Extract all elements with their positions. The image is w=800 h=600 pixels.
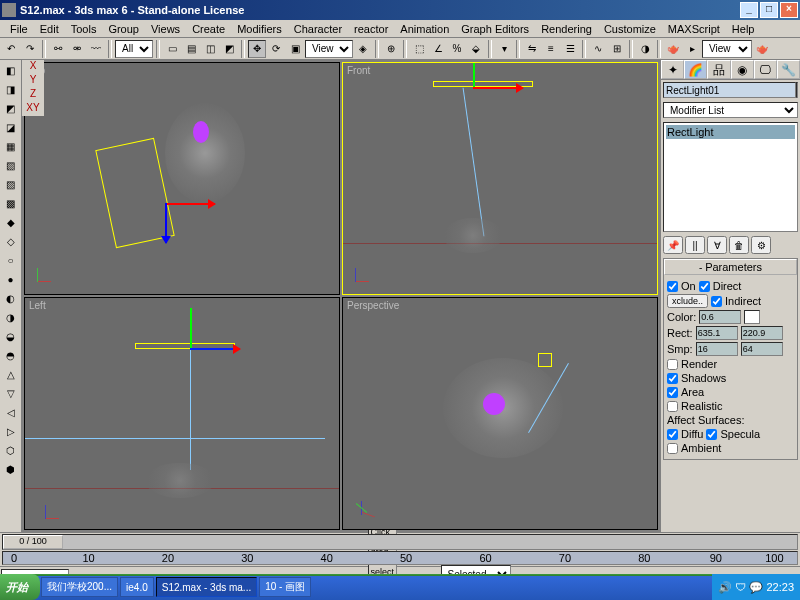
render-view-dropdown[interactable]: View (702, 40, 752, 58)
system-tray[interactable]: 🔊 🛡 💬 22:23 (712, 574, 800, 600)
specular-checkbox[interactable] (706, 429, 717, 440)
tool-icon[interactable]: ◧ (2, 62, 20, 80)
align-button[interactable]: ≡ (542, 40, 560, 58)
viewport-perspective[interactable]: Perspective (342, 297, 658, 530)
rect-width-spinner[interactable] (696, 326, 738, 340)
tray-icon[interactable]: 💬 (749, 581, 763, 594)
rect-height-spinner[interactable] (741, 326, 783, 340)
motion-tab[interactable]: ◉ (731, 60, 754, 79)
curve-editor-button[interactable]: ∿ (589, 40, 607, 58)
close-button[interactable]: × (780, 2, 798, 18)
axis-xy[interactable]: XY (22, 102, 44, 116)
gizmo-y-axis[interactable] (190, 348, 240, 350)
menu-file[interactable]: File (4, 22, 34, 36)
menu-animation[interactable]: Animation (394, 22, 455, 36)
menu-modifiers[interactable]: Modifiers (231, 22, 288, 36)
tool-icon[interactable]: ▷ (2, 423, 20, 441)
gizmo-x-axis[interactable] (473, 87, 523, 89)
tool-icon[interactable]: ▨ (2, 176, 20, 194)
menu-help[interactable]: Help (726, 22, 761, 36)
select-move-button[interactable]: ✥ (248, 40, 266, 58)
direct-checkbox[interactable] (699, 281, 710, 292)
select-name-button[interactable]: ▤ (182, 40, 200, 58)
material-editor-button[interactable]: ◑ (636, 40, 654, 58)
selection-filter-dropdown[interactable]: All (115, 40, 153, 58)
tool-icon[interactable]: ◪ (2, 119, 20, 137)
select-region-button[interactable]: ◫ (201, 40, 219, 58)
axis-z[interactable]: Z (22, 88, 44, 102)
tray-icon[interactable]: 🔊 (718, 581, 732, 594)
schematic-view-button[interactable]: ⊞ (608, 40, 626, 58)
smp-a-spinner[interactable] (696, 342, 738, 356)
taskbar-item[interactable]: ie4.0 (120, 577, 154, 597)
gizmo-z-axis[interactable] (473, 62, 475, 87)
modifier-list-dropdown[interactable]: Modifier List (663, 102, 798, 118)
tool-icon[interactable]: ◁ (2, 404, 20, 422)
tool-icon[interactable]: ◓ (2, 347, 20, 365)
menu-group[interactable]: Group (102, 22, 145, 36)
clock[interactable]: 22:23 (766, 581, 794, 593)
tray-icon[interactable]: 🛡 (735, 581, 746, 593)
layers-button[interactable]: ☰ (561, 40, 579, 58)
indirect-checkbox[interactable] (711, 296, 722, 307)
exclude-button[interactable]: xclude.. (667, 294, 708, 308)
tool-icon[interactable]: ▽ (2, 385, 20, 403)
quick-render-button[interactable]: ▸ (683, 40, 701, 58)
ambient-checkbox[interactable] (667, 443, 678, 454)
render-scene-button[interactable]: 🫖 (664, 40, 682, 58)
start-button[interactable]: 开始 (0, 574, 40, 600)
menu-customize[interactable]: Customize (598, 22, 662, 36)
render-checkbox[interactable] (667, 359, 678, 370)
menu-tools[interactable]: Tools (65, 22, 103, 36)
redo-button[interactable]: ↷ (21, 40, 39, 58)
ref-coord-dropdown[interactable]: View (305, 40, 353, 58)
angle-snap-button[interactable]: ∠ (429, 40, 447, 58)
gizmo-z-axis[interactable] (190, 308, 192, 348)
tool-icon[interactable]: ◩ (2, 100, 20, 118)
select-scale-button[interactable]: ▣ (286, 40, 304, 58)
tool-icon[interactable]: ⬡ (2, 442, 20, 460)
tool-icon[interactable]: ○ (2, 252, 20, 270)
tool-icon[interactable]: ⬢ (2, 461, 20, 479)
color-swatch[interactable] (744, 310, 760, 324)
modify-tab[interactable]: 🌈 (684, 60, 707, 79)
create-tab[interactable]: ✦ (661, 60, 684, 79)
time-track[interactable]: 0 / 100 (2, 534, 798, 550)
rollout-header[interactable]: - Parameters (664, 259, 797, 275)
select-button[interactable]: ▭ (163, 40, 181, 58)
menu-rendering[interactable]: Rendering (535, 22, 598, 36)
pin-stack-button[interactable]: 📌 (663, 236, 683, 254)
time-handle[interactable]: 0 / 100 (3, 535, 63, 549)
stack-button[interactable]: ∀ (707, 236, 727, 254)
menu-character[interactable]: Character (288, 22, 348, 36)
smp-b-spinner[interactable] (741, 342, 783, 356)
tool-icon[interactable]: ◒ (2, 328, 20, 346)
select-manipulate-button[interactable]: ⊕ (382, 40, 400, 58)
menu-grapheditors[interactable]: Graph Editors (455, 22, 535, 36)
viewport-left[interactable]: Left (24, 297, 340, 530)
percent-snap-button[interactable]: % (448, 40, 466, 58)
menu-create[interactable]: Create (186, 22, 231, 36)
time-ruler[interactable]: 0 10 20 30 40 50 60 70 80 90 100 (2, 551, 798, 565)
tool-icon[interactable]: ◐ (2, 290, 20, 308)
bind-spacewarp-button[interactable]: 〰 (87, 40, 105, 58)
tool-icon[interactable]: ◑ (2, 309, 20, 327)
viewport-front[interactable]: Front (342, 62, 658, 295)
mirror-button[interactable]: ⇋ (523, 40, 541, 58)
diffuse-checkbox[interactable] (667, 429, 678, 440)
menu-maxscript[interactable]: MAXScript (662, 22, 726, 36)
axis-y[interactable]: Y (22, 74, 44, 88)
hierarchy-tab[interactable]: 品 (707, 60, 730, 79)
undo-button[interactable]: ↶ (2, 40, 20, 58)
spinner-snap-button[interactable]: ⬙ (467, 40, 485, 58)
window-crossing-button[interactable]: ◩ (220, 40, 238, 58)
menu-edit[interactable]: Edit (34, 22, 65, 36)
tool-icon[interactable]: △ (2, 366, 20, 384)
minimize-button[interactable]: _ (740, 2, 758, 18)
select-rotate-button[interactable]: ⟳ (267, 40, 285, 58)
render-last-button[interactable]: 🫖 (753, 40, 771, 58)
menu-views[interactable]: Views (145, 22, 186, 36)
stack-item[interactable]: RectLight (666, 125, 795, 139)
gizmo-x-axis[interactable] (165, 203, 215, 205)
tool-icon[interactable]: ▦ (2, 138, 20, 156)
